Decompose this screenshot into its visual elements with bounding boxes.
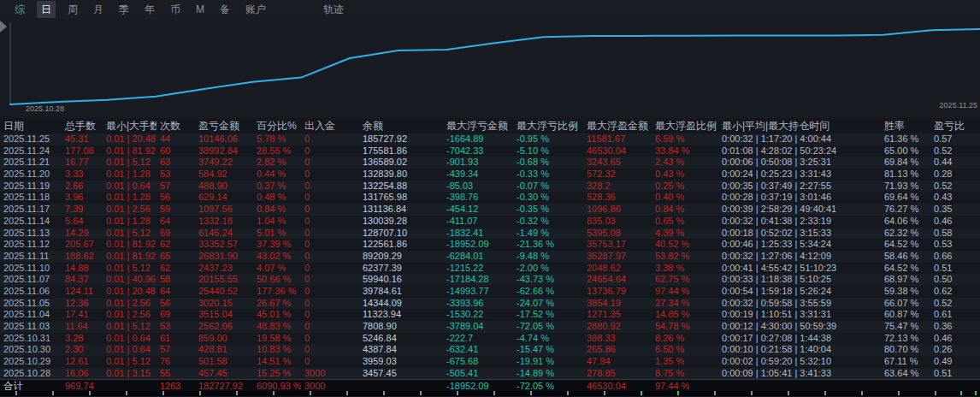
cell-count: 57 <box>156 344 195 356</box>
ruler-tick <box>567 391 569 395</box>
column-ruler[interactable] <box>0 391 980 396</box>
table-row[interactable]: 2025.10.313.280.01 | 0.6461859.0019.58 %… <box>0 333 980 345</box>
cell-max_float_loss: -901.93 <box>443 157 513 169</box>
cell-max_float_profit: 528.36 <box>583 192 652 204</box>
cell-pl_amount: 428.81 <box>195 344 253 356</box>
ruler-tick <box>162 391 164 395</box>
menu-item-1[interactable]: 日 <box>37 1 56 18</box>
menu-item-4[interactable]: 季 <box>119 2 129 17</box>
table-row[interactable]: 2025.11.1314.290.01 | 5.12696145.245.01 … <box>0 228 980 240</box>
table-row[interactable]: 2025.11.12205.670.01 | 81.926233352.5737… <box>0 239 980 251</box>
cell-count: 69 <box>156 228 195 240</box>
table-row[interactable]: 2025.10.2912.610.01 | 5.1276501.5814.51 … <box>0 356 980 368</box>
column-header-min_max_lots[interactable]: 最小|大手数 <box>103 119 156 133</box>
cell-date: 2025.11.24 <box>0 145 62 157</box>
cell-hold_time: 0:00:32 | 1:17:20 | 4:00:44 <box>718 133 881 145</box>
menu-item-3[interactable]: 月 <box>93 2 103 17</box>
ruler-tick <box>493 391 495 395</box>
table-row[interactable]: 2025.11.06124.110.01 | 20.486425440.5217… <box>0 286 980 298</box>
column-header-deposit_withdraw[interactable]: 出入金 <box>301 119 359 133</box>
cell-total_lots: 2.66 <box>62 181 103 193</box>
cell-max_float_loss: -1832.41 <box>443 228 513 240</box>
cell-max_float_profit_pct: 33.84 % <box>652 145 718 157</box>
cell-pl_ratio: 0.46 <box>930 333 980 345</box>
column-header-date[interactable]: 日期 <box>0 119 62 133</box>
table-row[interactable]: 2025.11.0512.360.01 | 2.56563020.1526.67… <box>0 298 980 310</box>
cell-percent: 26.67 % <box>253 298 301 310</box>
ruler-tick <box>310 391 311 395</box>
cell-hold_time: 0:00:09 | 1:05:41 | 3:41:33 <box>718 368 881 380</box>
cell-hold_time: 0:00:18 | 0:52:02 | 3:15:33 <box>718 228 881 240</box>
column-header-win_rate[interactable]: 胜率 <box>881 119 930 133</box>
cell-count: 61 <box>156 333 195 345</box>
table-row[interactable]: 2025.11.1014.880.01 | 5.12622437.234.07 … <box>0 263 980 275</box>
cell-min_max_lots: 0.01 | 1.28 <box>103 169 156 181</box>
column-header-count[interactable]: 次数 <box>156 119 195 133</box>
column-header-pl_ratio[interactable]: 盈亏比 <box>930 119 980 133</box>
column-header-percent[interactable]: 百分比% <box>253 119 301 133</box>
cell-max_float_loss: -675.68 <box>443 356 513 368</box>
cell-deposit_withdraw: 0 <box>301 321 359 333</box>
cell-balance: 175581.86 <box>359 145 443 157</box>
cell-max_float_profit: 35287.97 <box>583 251 652 263</box>
column-header-max_float_profit[interactable]: 最大浮盈金额 <box>583 119 652 133</box>
cell-win_rate: 62.32 % <box>881 228 930 240</box>
cell-min_max_lots: 0.01 | 81.92 <box>103 251 156 263</box>
table-row[interactable]: 2025.11.24177.080.01 | 81.926038992.8428… <box>0 145 980 157</box>
menu-item-0[interactable]: 综 <box>15 2 25 17</box>
cell-balance: 128707.10 <box>359 228 443 240</box>
total-cell-max_float_loss_pct: -72.05 % <box>513 380 583 392</box>
column-header-total_lots[interactable]: 总手数 <box>62 119 103 133</box>
table-row[interactable]: 2025.11.177.390.01 | 2.56591097.560.84 %… <box>0 204 980 216</box>
column-header-balance[interactable]: 余额 <box>359 119 443 133</box>
menu-item-5[interactable]: 年 <box>145 2 155 17</box>
table-row[interactable]: 2025.11.0784.370.01 | 40.965820155.5550.… <box>0 274 980 286</box>
cell-hold_time: 0:00:06 | 0:50:08 | 3:25:31 <box>718 157 881 169</box>
cell-deposit_withdraw: 0 <box>301 192 359 204</box>
cell-hold_time: 0:00:39 | 2:58:29 | 49:40:41 <box>718 204 881 216</box>
menu-item-9[interactable]: 账户 <box>245 2 266 17</box>
cell-pl_ratio: 0.50 <box>930 274 980 286</box>
cell-win_rate: 64.06 % <box>881 216 930 228</box>
table-row[interactable]: 2025.11.192.660.01 | 0.6457488.900.37 %0… <box>0 181 980 193</box>
table-row[interactable]: 2025.11.11188.620.01 | 81.926526831.9043… <box>0 251 980 263</box>
cell-max_float_profit: 835.03 <box>583 216 652 228</box>
cell-win_rate: 80.70 % <box>881 344 930 356</box>
menu-item-7[interactable]: M <box>196 2 204 17</box>
table-row[interactable]: 2025.11.0417.410.01 | 2.56693515.0445.01… <box>0 309 980 321</box>
column-header-max_float_profit_pct[interactable]: 最大浮盈比例 <box>652 119 718 133</box>
cell-max_float_profit_pct: 0.43 % <box>652 169 718 181</box>
cell-max_float_loss: -6284.01 <box>443 251 513 263</box>
table-row[interactable]: 2025.11.0311.640.01 | 5.12532562.0648.83… <box>0 321 980 333</box>
cell-hold_time: 0:00:54 | 1:59:18 | 5:26:24 <box>718 286 881 298</box>
cell-max_float_loss_pct: -21.36 % <box>513 239 583 251</box>
column-header-pl_amount[interactable]: 盈亏金额 <box>195 119 253 133</box>
cell-total_lots: 16.77 <box>62 157 103 169</box>
cell-pl_ratio: 0.53 <box>930 239 980 251</box>
cell-win_rate: 59.38 % <box>881 286 930 298</box>
table-row[interactable]: 2025.11.183.960.01 | 1.2856629.140.48 %0… <box>0 192 980 204</box>
menu-item-2[interactable]: 周 <box>68 2 78 17</box>
ruler-tick <box>346 391 348 395</box>
cell-win_rate: 61.36 % <box>881 133 930 145</box>
menu-item-8[interactable]: 备 <box>220 2 230 17</box>
table-row[interactable]: 2025.11.2545.310.01 | 20.484410146.065.7… <box>0 133 980 145</box>
cell-hold_time: 0:00:28 | 0:37:19 | 3:01:46 <box>718 192 881 204</box>
table-row[interactable]: 2025.11.2116.770.01 | 5.12633749.222.82 … <box>0 157 980 169</box>
table-row[interactable]: 2025.11.203.330.01 | 1.2853584.920.44 %0… <box>0 169 980 181</box>
menu-item-10[interactable]: 轨迹 <box>323 2 344 17</box>
table-row[interactable]: 2025.10.302.300.01 | 0.6457428.8110.83 %… <box>0 344 980 356</box>
cell-percent: 10.83 % <box>253 344 301 356</box>
table-row[interactable]: 2025.10.2816.060.01 | 3.1555457.4515.25 … <box>0 368 980 380</box>
table-row[interactable]: 2025.11.145.640.01 | 1.28641332.181.04 %… <box>0 216 980 228</box>
cell-total_lots: 205.67 <box>62 239 103 251</box>
cell-deposit_withdraw: 0 <box>301 216 359 228</box>
cell-count: 63 <box>156 157 195 169</box>
column-header-hold_time[interactable]: 最小|平均|最大持仓时间 <box>718 119 881 133</box>
cell-pl_ratio: 0.52 <box>930 145 980 157</box>
cell-hold_time: 0:00:10 | 0:21:58 | 1:40:04 <box>718 344 881 356</box>
panel-collapse-handle[interactable] <box>0 21 7 33</box>
column-header-max_float_loss_pct[interactable]: 最大浮亏比例 <box>513 119 583 133</box>
column-header-max_float_loss[interactable]: 最大浮亏金额 <box>443 119 513 133</box>
menu-item-6[interactable]: 币 <box>170 2 180 17</box>
